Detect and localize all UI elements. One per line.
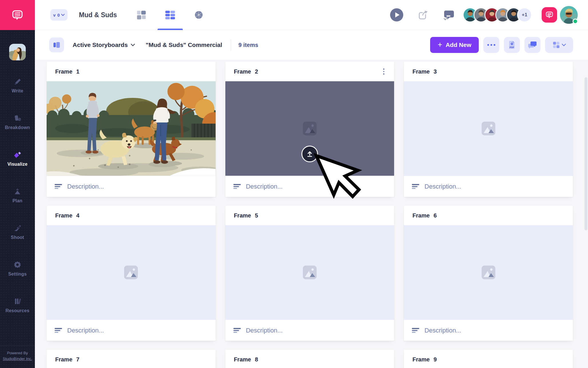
sidebar-footer: Powered By StudioBinder Inc. — [0, 345, 35, 368]
sidebar-item-shoot[interactable]: Shoot — [0, 223, 35, 240]
frame-image-area[interactable] — [225, 225, 394, 320]
more-options-button[interactable] — [483, 37, 499, 53]
description-placeholder: Description... — [67, 183, 104, 190]
frame-description-field[interactable]: Description... — [404, 176, 573, 197]
collaborator-avatar-stack — [463, 7, 521, 22]
topbar: v 0 Mud & Suds — [35, 0, 588, 30]
view-tabs — [127, 0, 213, 30]
mosaic-view-icon — [137, 10, 146, 20]
shoot-icon — [13, 223, 22, 233]
frame-card-header: Frame 4 — [47, 206, 216, 225]
comment-check-icon — [442, 8, 455, 21]
sidebar-item-resources[interactable]: Resources — [0, 297, 35, 313]
frame-card-header: Frame 1 — [47, 62, 216, 81]
avatar-overflow-badge[interactable]: +1 — [517, 7, 532, 22]
frame-image-area[interactable] — [47, 81, 216, 176]
storyboard-frame-card: Frame 8 Description... — [225, 350, 394, 368]
frame-kebab-menu-icon[interactable] — [382, 67, 386, 76]
toggle-side-panel-button[interactable] — [49, 37, 64, 52]
sidebar-item-write[interactable]: Write — [0, 77, 35, 94]
sidebar: WriteBreakdownVisualizePlanShootSettings… — [0, 0, 35, 368]
plus-icon: + — [438, 41, 442, 49]
storyboard-frame-card: Frame 5 Description... — [225, 206, 394, 341]
tab-shots-view[interactable] — [184, 0, 213, 30]
frame-description-field[interactable]: Description... — [225, 320, 394, 341]
studiobinder-link[interactable]: StudioBinder Inc. — [2, 356, 33, 362]
storyboard-frame-card: Frame 3 Description... — [404, 62, 573, 197]
settings-icon — [13, 260, 22, 269]
frame-card-header: Frame 5 — [225, 206, 394, 225]
share-button[interactable] — [417, 9, 429, 21]
user-avatar[interactable] — [560, 6, 578, 24]
sidebar-item-visualize[interactable]: Visualize — [0, 150, 35, 167]
sidebar-item-breakdown[interactable]: Breakdown — [0, 114, 35, 130]
version-dropdown[interactable]: v 0 — [50, 9, 67, 21]
description-placeholder: Description... — [67, 327, 104, 334]
plan-icon — [13, 187, 22, 196]
tab-storyboard-grid-view[interactable] — [156, 0, 184, 30]
storyboard-frame-card: Frame 4 Description... — [47, 206, 216, 341]
project-title: Mud & Suds — [79, 11, 117, 19]
image-placeholder-icon — [480, 120, 496, 136]
project-thumbnail[interactable] — [9, 44, 26, 60]
frame-image-area[interactable] — [404, 225, 573, 320]
frame-description-field[interactable]: Description... — [404, 320, 573, 341]
image-placeholder-icon — [123, 264, 139, 280]
breakdown-icon — [13, 114, 22, 123]
main-area: v 0 Mud & Suds — [35, 0, 588, 368]
ellipsis-icon — [487, 44, 495, 46]
board-comments-button[interactable] — [525, 37, 541, 53]
frame-description-field[interactable]: Description... — [47, 320, 216, 341]
tab-script-view[interactable] — [127, 0, 156, 30]
project-thumbnail-image — [9, 44, 26, 60]
description-placeholder: Description... — [246, 327, 283, 334]
visualize-icon — [13, 150, 22, 159]
description-lines-icon — [412, 184, 419, 189]
description-lines-icon — [55, 184, 62, 189]
aperture-icon — [194, 10, 204, 20]
layout-size-selector[interactable] — [545, 37, 573, 53]
share-export-icon — [417, 9, 429, 21]
storyboard-frame-card: Frame 6 Description... — [404, 206, 573, 341]
double-chat-icon — [528, 41, 537, 49]
studiobinder-chat-button[interactable] — [542, 7, 557, 23]
add-new-button[interactable]: + Add New — [430, 37, 479, 53]
sidebar-nav: WriteBreakdownVisualizePlanShootSettings… — [0, 77, 35, 333]
svg-text:PDF: PDF — [510, 46, 514, 49]
upload-arrow-icon — [306, 150, 314, 158]
frame-title: Frame 4 — [55, 212, 80, 219]
sidebar-item-plan[interactable]: Plan — [0, 187, 35, 203]
sidebar-item-settings[interactable]: Settings — [0, 260, 35, 277]
image-placeholder-icon — [302, 264, 318, 280]
pdf-download-icon: PDF — [508, 41, 516, 49]
resources-icon — [13, 297, 22, 306]
storyboard-filter-dropdown[interactable]: Active Storyboards — [70, 39, 137, 51]
description-lines-icon — [55, 328, 62, 333]
upload-image-button[interactable] — [301, 146, 318, 162]
description-lines-icon — [233, 328, 241, 333]
image-placeholder-icon — [480, 264, 496, 280]
frame-title: Frame 1 — [55, 68, 80, 75]
frame-title: Frame 7 — [55, 356, 80, 363]
grid-view-icon — [165, 10, 175, 20]
studiobinder-logo[interactable] — [0, 0, 35, 30]
frame-image-area[interactable] — [404, 81, 573, 176]
frame-description-field[interactable]: Description... — [47, 176, 216, 197]
comments-button[interactable] — [442, 8, 455, 21]
vertical-scrollbar-thumb[interactable] — [585, 77, 587, 230]
play-presentation-button[interactable] — [390, 8, 403, 21]
frame-image-area[interactable] — [225, 81, 394, 176]
frame-card-header: Frame 3 — [404, 62, 573, 81]
description-lines-icon — [412, 328, 419, 333]
version-label: v 0 — [53, 13, 60, 17]
download-pdf-button[interactable]: PDF — [504, 37, 520, 53]
frame-image-area[interactable] — [47, 225, 216, 320]
description-placeholder: Description... — [424, 183, 461, 190]
panel-layout-icon — [53, 41, 60, 49]
frame-card-header: Frame 8 — [225, 350, 394, 368]
chevron-down-icon — [562, 43, 566, 46]
frame-description-field[interactable]: Description... — [225, 176, 394, 197]
description-lines-icon — [233, 184, 241, 189]
storyboard-frame-card: Frame 1 — [47, 62, 216, 197]
chevron-down-icon — [61, 14, 65, 16]
